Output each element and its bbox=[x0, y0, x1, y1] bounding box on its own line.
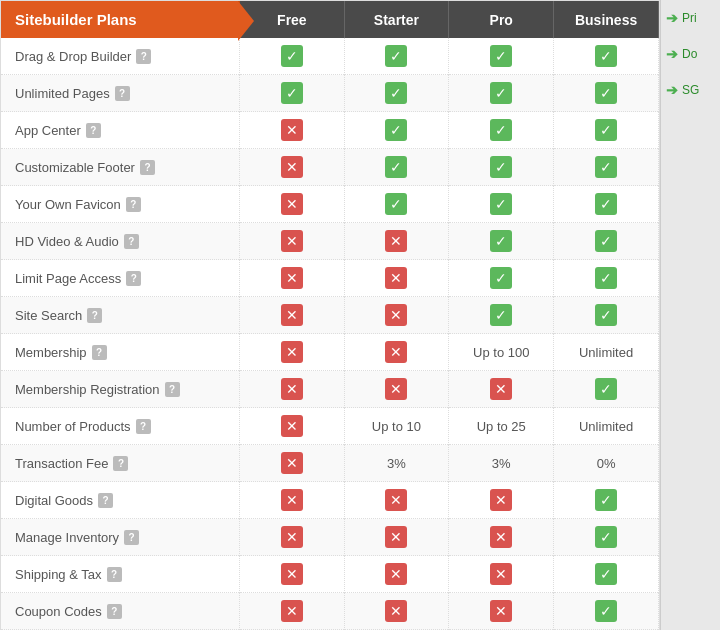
check-icon: ✓ bbox=[490, 82, 512, 104]
check-icon: ✓ bbox=[490, 119, 512, 141]
table-cell: ✕ bbox=[239, 519, 344, 556]
feature-name: Digital Goods bbox=[15, 493, 93, 508]
table-row: Limit Page Access?✕✕✓✓ bbox=[1, 260, 659, 297]
feature-name: Number of Products bbox=[15, 419, 131, 434]
sidebar-label-sg: SG bbox=[682, 83, 699, 97]
feature-name: Site Search bbox=[15, 308, 82, 323]
table-cell: ✓ bbox=[554, 482, 659, 519]
cross-icon: ✕ bbox=[281, 563, 303, 585]
text-value: Up to 10 bbox=[372, 419, 421, 434]
table-cell: ✕ bbox=[239, 482, 344, 519]
check-icon: ✓ bbox=[595, 156, 617, 178]
table-cell: ✓ bbox=[449, 223, 554, 260]
check-icon: ✓ bbox=[385, 45, 407, 67]
table-cell: ✕ bbox=[449, 593, 554, 630]
table-cell: ✕ bbox=[239, 371, 344, 408]
cross-icon: ✕ bbox=[490, 563, 512, 585]
table-cell: ✓ bbox=[449, 186, 554, 223]
sidebar-item-pri[interactable]: ➔ Pri bbox=[666, 10, 715, 26]
help-icon[interactable]: ? bbox=[124, 234, 139, 249]
help-icon[interactable]: ? bbox=[136, 49, 151, 64]
table-cell: ✓ bbox=[554, 371, 659, 408]
header-starter: Starter bbox=[344, 1, 449, 38]
check-icon: ✓ bbox=[490, 193, 512, 215]
feature-cell: Transaction Fee? bbox=[1, 445, 239, 482]
sidebar-item-do[interactable]: ➔ Do bbox=[666, 46, 715, 62]
table-row: Membership?✕✕Up to 100Unlimited bbox=[1, 334, 659, 371]
check-icon: ✓ bbox=[385, 156, 407, 178]
table-cell: ✓ bbox=[554, 297, 659, 334]
table-cell: ✓ bbox=[449, 75, 554, 112]
feature-cell: App Center? bbox=[1, 112, 239, 149]
table-cell: ✕ bbox=[239, 186, 344, 223]
cross-icon: ✕ bbox=[385, 489, 407, 511]
table-cell: ✕ bbox=[344, 371, 449, 408]
main-container: Sitebuilder Plans Free Starter Pro Busin… bbox=[0, 0, 720, 630]
cross-icon: ✕ bbox=[385, 563, 407, 585]
feature-cell: Digital Goods? bbox=[1, 482, 239, 519]
table-cell: Up to 10 bbox=[344, 408, 449, 445]
help-icon[interactable]: ? bbox=[124, 530, 139, 545]
check-icon: ✓ bbox=[595, 267, 617, 289]
table-cell: ✓ bbox=[449, 149, 554, 186]
help-icon[interactable]: ? bbox=[165, 382, 180, 397]
table-cell: ✓ bbox=[449, 38, 554, 75]
cross-icon: ✕ bbox=[281, 489, 303, 511]
feature-cell: Site Search? bbox=[1, 297, 239, 334]
table-cell: ✕ bbox=[239, 593, 344, 630]
table-row: Number of Products?✕Up to 10Up to 25Unli… bbox=[1, 408, 659, 445]
feature-cell: Number of Products? bbox=[1, 408, 239, 445]
table-cell: Up to 25 bbox=[449, 408, 554, 445]
table-cell: ✕ bbox=[239, 297, 344, 334]
feature-name: App Center bbox=[15, 123, 81, 138]
arrow-icon-do: ➔ bbox=[666, 46, 678, 62]
feature-cell: Limit Page Access? bbox=[1, 260, 239, 297]
table-row: App Center?✕✓✓✓ bbox=[1, 112, 659, 149]
check-icon: ✓ bbox=[490, 156, 512, 178]
help-icon[interactable]: ? bbox=[98, 493, 113, 508]
table-cell: ✕ bbox=[344, 260, 449, 297]
help-icon[interactable]: ? bbox=[126, 197, 141, 212]
help-icon[interactable]: ? bbox=[140, 160, 155, 175]
text-value: Up to 100 bbox=[473, 345, 529, 360]
help-icon[interactable]: ? bbox=[126, 271, 141, 286]
table-row: Site Search?✕✕✓✓ bbox=[1, 297, 659, 334]
check-icon: ✓ bbox=[490, 230, 512, 252]
help-icon[interactable]: ? bbox=[115, 86, 130, 101]
table-cell: ✓ bbox=[344, 38, 449, 75]
help-icon[interactable]: ? bbox=[86, 123, 101, 138]
cross-icon: ✕ bbox=[281, 600, 303, 622]
check-icon: ✓ bbox=[595, 45, 617, 67]
table-cell: ✓ bbox=[239, 38, 344, 75]
cross-icon: ✕ bbox=[490, 378, 512, 400]
help-icon[interactable]: ? bbox=[107, 567, 122, 582]
table-cell: ✓ bbox=[554, 556, 659, 593]
table-wrapper: Sitebuilder Plans Free Starter Pro Busin… bbox=[0, 0, 660, 630]
feature-name: Membership bbox=[15, 345, 87, 360]
check-icon: ✓ bbox=[385, 193, 407, 215]
help-icon[interactable]: ? bbox=[87, 308, 102, 323]
feature-name: HD Video & Audio bbox=[15, 234, 119, 249]
check-icon: ✓ bbox=[490, 304, 512, 326]
table-row: Manage Inventory?✕✕✕✓ bbox=[1, 519, 659, 556]
table-cell: 3% bbox=[449, 445, 554, 482]
cross-icon: ✕ bbox=[490, 600, 512, 622]
feature-cell: Coupon Codes? bbox=[1, 593, 239, 630]
help-icon[interactable]: ? bbox=[107, 604, 122, 619]
table-cell: ✓ bbox=[554, 593, 659, 630]
check-icon: ✓ bbox=[595, 563, 617, 585]
help-icon[interactable]: ? bbox=[113, 456, 128, 471]
table-cell: ✕ bbox=[239, 149, 344, 186]
check-icon: ✓ bbox=[595, 378, 617, 400]
header-free: Free bbox=[239, 1, 344, 38]
text-value: 3% bbox=[387, 456, 406, 471]
help-icon[interactable]: ? bbox=[92, 345, 107, 360]
table-cell: ✓ bbox=[554, 260, 659, 297]
help-icon[interactable]: ? bbox=[136, 419, 151, 434]
feature-cell: Shipping & Tax? bbox=[1, 556, 239, 593]
table-cell: ✓ bbox=[554, 223, 659, 260]
feature-cell: Unlimited Pages? bbox=[1, 75, 239, 112]
check-icon: ✓ bbox=[595, 82, 617, 104]
sidebar-item-sg[interactable]: ➔ SG bbox=[666, 82, 715, 98]
header-pro: Pro bbox=[449, 1, 554, 38]
